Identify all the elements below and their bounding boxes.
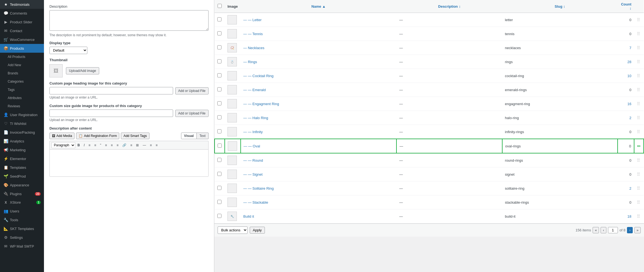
special-chars-button[interactable]: ≡ <box>154 142 159 148</box>
category-name-link[interactable]: — — Stackable <box>243 200 268 204</box>
sidebar-item-templates[interactable]: 📋 Templates <box>0 163 44 172</box>
row-checkbox[interactable] <box>217 87 221 91</box>
next-page-button[interactable]: › <box>627 227 632 233</box>
drag-handle-icon[interactable]: ⠿ <box>637 116 640 120</box>
category-name-link[interactable]: — — Oval <box>244 144 260 148</box>
add-or-upload-file-button-2[interactable]: Add or Upload File <box>175 110 209 117</box>
toolbar-toggle-button[interactable]: — <box>141 142 148 148</box>
more-options-button[interactable]: ≡ <box>148 142 153 148</box>
bulk-actions-select[interactable]: Bulk actions Delete <box>218 226 248 234</box>
last-page-button[interactable]: » <box>634 227 641 233</box>
row-checkbox[interactable] <box>217 129 221 133</box>
row-checkbox[interactable] <box>217 158 221 162</box>
row-checkbox[interactable] <box>217 45 221 49</box>
drag-handle-icon[interactable]: ⠿ <box>637 214 640 219</box>
sidebar-item-settings[interactable]: ⚙ Settings <box>0 233 44 242</box>
prev-page-button[interactable]: ‹ <box>601 227 606 233</box>
add-or-upload-file-button-1[interactable]: Add or Upload File <box>175 87 209 94</box>
text-tab[interactable]: Text <box>197 133 209 139</box>
category-name-link[interactable]: — — Cocktail Ring <box>243 74 274 78</box>
category-name-link[interactable]: — — Emerald <box>243 88 266 92</box>
apply-button[interactable]: Apply <box>250 227 265 234</box>
category-name-link[interactable]: — — Letter <box>243 18 262 22</box>
category-count-link[interactable]: 16 <box>628 102 631 106</box>
row-checkbox[interactable] <box>217 101 221 105</box>
add-smart-tags-button[interactable]: Add Smart Tags <box>121 133 149 139</box>
col-header-description[interactable]: Description ↕ <box>396 0 502 13</box>
sidebar-item-ti-wishlist[interactable]: ♡ TI Wishlist <box>0 119 44 128</box>
sidebar-item-comments[interactable]: 💬 Comments <box>0 9 44 18</box>
sidebar-item-analytics[interactable]: 📊 Analytics <box>0 137 44 145</box>
sidebar-item-tools[interactable]: 🔧 Tools <box>0 215 44 224</box>
first-page-button[interactable]: « <box>593 227 599 233</box>
category-name-link[interactable]: — Necklaces <box>243 46 265 50</box>
fullscreen-button[interactable]: ⊞ <box>134 142 140 148</box>
link-button[interactable]: 🔗 <box>121 142 128 148</box>
category-count-link[interactable]: 2 <box>629 186 631 190</box>
sidebar-item-attributes[interactable]: Attributes <box>0 94 44 102</box>
category-count-link[interactable]: 2 <box>629 116 631 120</box>
category-name-link[interactable]: — Rings <box>243 60 257 64</box>
category-count-link[interactable]: 10 <box>628 74 631 78</box>
drag-handle-icon[interactable]: ⠿ <box>637 60 640 64</box>
sidebar-item-reviews[interactable]: Reviews <box>0 102 44 110</box>
row-checkbox[interactable] <box>217 17 221 21</box>
blockquote-button[interactable]: " <box>98 142 103 148</box>
row-checkbox[interactable] <box>217 31 221 35</box>
description-textarea[interactable] <box>49 10 209 31</box>
sidebar-item-brands[interactable]: Brands <box>0 69 44 77</box>
ol-button[interactable]: ≡ <box>93 142 98 148</box>
row-checkbox[interactable] <box>217 186 221 190</box>
slug-sort-link[interactable]: Slug ↕ <box>555 4 565 9</box>
align-left-button[interactable]: ≡ <box>103 142 109 148</box>
category-name-link[interactable]: — — Solitaire Ring <box>243 186 274 190</box>
display-type-select[interactable]: Default Products Subcategories Both <box>49 47 87 54</box>
sidebar-item-users[interactable]: 👥 Users <box>0 207 44 215</box>
editor-content-area[interactable] <box>49 149 209 177</box>
category-name-link[interactable]: — — Infinity <box>243 130 263 134</box>
drag-handle-icon[interactable]: ⠿ <box>637 130 640 134</box>
page-number-input[interactable] <box>608 227 618 233</box>
sidebar-item-marketing[interactable]: 📢 Marketing <box>0 145 44 154</box>
sidebar-item-appearance[interactable]: 🎨 Appearance <box>0 181 44 189</box>
paragraph-select[interactable]: Paragraph Heading 1 Heading 2 <box>51 142 75 148</box>
edit-pencil-icon[interactable]: ✏ <box>637 144 641 148</box>
sidebar-item-add-new[interactable]: Add New <box>0 61 44 69</box>
category-name-link[interactable]: — — Round <box>243 158 263 162</box>
custom-page-heading-input[interactable] <box>49 87 173 94</box>
visual-tab[interactable]: Visual <box>181 133 197 139</box>
sidebar-item-invoice-packing[interactable]: 📄 Invoice/Packing <box>0 128 44 137</box>
drag-handle-icon[interactable]: ⠿ <box>637 158 640 163</box>
sidebar-item-categories[interactable]: Categories <box>0 77 44 86</box>
category-name-link[interactable]: Build it <box>243 214 254 218</box>
drag-handle-icon[interactable]: ⠿ <box>637 32 640 36</box>
sidebar-item-seedprod[interactable]: 🌱 SeedProd <box>0 172 44 181</box>
sidebar-item-user-registration[interactable]: 👤 User Registration <box>0 110 44 119</box>
category-name-link[interactable]: — — Halo Ring <box>243 116 268 120</box>
col-header-name[interactable]: Name ▲ <box>241 0 397 13</box>
col-header-count[interactable]: Count ↕ <box>618 0 634 13</box>
sidebar-item-plugins[interactable]: 🔌 Plugins 23 <box>0 189 44 198</box>
row-checkbox[interactable] <box>217 115 221 119</box>
row-checkbox[interactable] <box>217 214 221 218</box>
drag-handle-icon[interactable]: ⠿ <box>637 200 640 205</box>
bold-button[interactable]: B <box>76 142 82 148</box>
row-checkbox[interactable] <box>217 59 221 63</box>
drag-handle-icon[interactable]: ⠿ <box>637 186 640 191</box>
category-name-link[interactable]: — — Engagment Ring <box>243 102 279 106</box>
category-count-link[interactable]: 7 <box>629 46 631 50</box>
row-checkbox[interactable] <box>218 144 222 148</box>
category-count-link[interactable]: 18 <box>628 214 631 218</box>
col-header-slug[interactable]: Slug ↕ <box>502 0 618 13</box>
ul-button[interactable]: ≡ <box>87 142 92 148</box>
sidebar-item-product-slider[interactable]: ▶ Product Slider <box>0 18 44 26</box>
row-checkbox[interactable] <box>217 172 221 176</box>
drag-handle-icon[interactable]: ⠿ <box>637 102 640 106</box>
name-sort-link[interactable]: Name ▲ <box>312 4 326 9</box>
sidebar-item-testimonials[interactable]: ★ Testimonials <box>0 0 44 9</box>
indent-button[interactable]: ≡ <box>129 142 134 148</box>
add-media-button[interactable]: 🖼 Add Media <box>49 133 74 139</box>
add-registration-form-button[interactable]: 📋 Add Registration Form <box>76 133 119 139</box>
align-right-button[interactable]: ≡ <box>115 142 120 148</box>
sidebar-item-all-products[interactable]: All Products <box>0 53 44 61</box>
